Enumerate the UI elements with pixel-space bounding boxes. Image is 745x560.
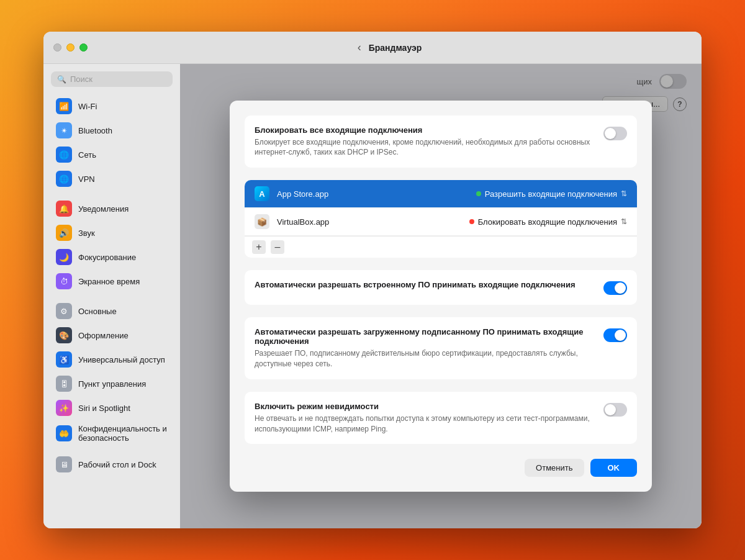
block-all-row: Блокировать все входящие подключения Бло… [255, 125, 627, 158]
block-all-toggle-knob [605, 128, 616, 139]
sidebar-label-focus: Фокусирование [78, 253, 136, 262]
block-all-toggle[interactable] [603, 127, 627, 140]
block-all-title: Блокировать все входящие подключения [255, 125, 594, 135]
bluetooth-icon: ✴ [56, 122, 72, 138]
search-icon: 🔍 [57, 75, 66, 84]
controlcenter-icon: 🎛 [56, 376, 72, 392]
appstore-status-text: Разрешить входящие подключения [485, 189, 617, 199]
sidebar-label-privacy: Конфиденциальность и безопасность [78, 424, 168, 443]
sidebar-item-vpn[interactable]: 🌐 VPN [47, 167, 176, 191]
auto-allow-builtin-text: Автоматически разрешать встроенному ПО п… [255, 280, 594, 292]
search-bar[interactable]: 🔍 Поиск [51, 71, 173, 87]
sidebar-label-screentime: Экранное время [78, 277, 140, 286]
privacy-icon: 🤲 [56, 425, 72, 441]
sidebar-item-accessibility[interactable]: ♿ Универсальный доступ [47, 348, 176, 371]
back-arrow-icon[interactable]: ‹ [358, 41, 361, 54]
sidebar-label-controlcenter: Пункт управления [78, 379, 146, 389]
appstore-icon: A [255, 186, 269, 201]
network-icon: 🌐 [56, 147, 72, 163]
stealth-mode-section: Включить режим невидимости Не отвечать и… [245, 392, 637, 445]
sidebar-label-siri: Siri и Spotlight [78, 404, 130, 413]
sidebar-item-notifications[interactable]: 🔔 Уведомления [47, 197, 176, 220]
block-all-section: Блокировать все входящие подключения Бло… [245, 115, 637, 168]
app-row-appstore[interactable]: A App Store.app Разрешить входящие подкл… [245, 180, 637, 208]
sidebar-label-wifi: Wi-Fi [78, 102, 97, 111]
desktop-icon: 🖥 [56, 456, 72, 472]
vpn-icon: 🌐 [56, 171, 72, 187]
sidebar-label-general: Основные [78, 307, 117, 316]
focus-icon: 🌙 [56, 249, 72, 265]
auto-allow-builtin-section: Автоматически разрешать встроенному ПО п… [245, 270, 637, 305]
appearance-icon: 🎨 [56, 327, 72, 343]
sidebar-item-focus[interactable]: 🌙 Фокусирование [47, 245, 176, 269]
accessibility-icon: ♿ [56, 351, 72, 368]
sidebar-item-desktop[interactable]: 🖥 Рабочий стол и Dock [47, 453, 176, 476]
virtualbox-icon: 📦 [255, 214, 269, 229]
sidebar-item-bluetooth[interactable]: ✴ Bluetooth [47, 119, 176, 142]
wifi-icon: 📶 [56, 98, 72, 114]
main-window: ‹ Брандмауэр 🔍 Поиск 📶 Wi-Fi ✴ Bluetooth [43, 32, 702, 528]
main-content: щих Параметры... ? Блокировать все входя… [180, 64, 702, 528]
sidebar-item-sound[interactable]: 🔊 Звук [47, 221, 176, 245]
stealth-mode-row: Включить режим невидимости Не отвечать и… [255, 402, 627, 435]
auto-allow-builtin-toggle[interactable] [603, 281, 627, 295]
app-list-section: A App Store.app Разрешить входящие подкл… [245, 180, 637, 258]
appstore-status-arrow: ⇅ [621, 189, 627, 198]
titlebar-center: ‹ Брандмауэр [88, 41, 692, 54]
virtualbox-status-dot [469, 219, 474, 224]
appstore-name: App Store.app [277, 189, 469, 199]
window-title: Брандмауэр [369, 43, 422, 53]
sidebar-label-vpn: VPN [78, 174, 95, 184]
sidebar-item-siri[interactable]: ✨ Siri и Spotlight [47, 396, 176, 420]
virtualbox-status-arrow: ⇅ [621, 217, 627, 226]
minimize-button[interactable] [66, 43, 74, 52]
maximize-button[interactable] [79, 43, 88, 52]
sidebar-item-general[interactable]: ⚙ Основные [47, 299, 176, 323]
sound-icon: 🔊 [56, 225, 72, 241]
ok-button[interactable]: OK [590, 459, 638, 477]
modal-overlay: Блокировать все входящие подключения Бло… [180, 64, 702, 528]
block-all-desc: Блокирует все входящие подключения, кром… [255, 137, 594, 158]
close-button[interactable] [53, 43, 61, 52]
virtualbox-status[interactable]: Блокировать входящие подключения ⇅ [469, 217, 627, 227]
sidebar-item-wifi[interactable]: 📶 Wi-Fi [47, 94, 176, 118]
sidebar-label-sound: Звук [78, 228, 95, 238]
stealth-mode-toggle-knob [605, 404, 616, 415]
auto-allow-builtin-row: Автоматически разрешать встроенному ПО п… [255, 280, 627, 295]
appstore-status[interactable]: Разрешить входящие подключения ⇅ [476, 189, 627, 199]
firewall-modal: Блокировать все входящие подключения Бло… [230, 101, 652, 492]
sidebar-label-appearance: Оформление [78, 331, 129, 340]
remove-app-button[interactable]: – [271, 240, 284, 254]
sidebar-item-controlcenter[interactable]: 🎛 Пункт управления [47, 372, 176, 395]
sidebar-item-network[interactable]: 🌐 Сеть [47, 143, 176, 166]
sidebar-item-screentime[interactable]: ⏱ Экранное время [47, 269, 176, 293]
virtualbox-status-text: Блокировать входящие подключения [478, 217, 617, 227]
sidebar-label-desktop: Рабочий стол и Dock [78, 460, 156, 469]
sidebar: 🔍 Поиск 📶 Wi-Fi ✴ Bluetooth 🌐 Сеть [43, 64, 180, 528]
sidebar-item-privacy[interactable]: 🤲 Конфиденциальность и безопасность [47, 420, 176, 446]
auto-allow-signed-row: Автоматически разрешать загруженному под… [255, 327, 627, 369]
sidebar-label-notifications: Уведомления [78, 204, 129, 214]
search-placeholder: Поиск [70, 75, 93, 84]
auto-allow-builtin-title: Автоматически разрешать встроенному ПО п… [255, 280, 594, 289]
stealth-mode-text: Включить режим невидимости Не отвечать и… [255, 402, 594, 435]
stealth-mode-desc: Не отвечать и не подтверждать попытки до… [255, 413, 594, 435]
screentime-icon: ⏱ [56, 273, 72, 289]
add-app-button[interactable]: + [252, 240, 266, 254]
siri-icon: ✨ [56, 400, 72, 416]
traffic-lights [53, 43, 88, 52]
stealth-mode-title: Включить режим невидимости [255, 402, 594, 411]
sidebar-label-bluetooth: Bluetooth [78, 126, 112, 135]
app-row-virtualbox[interactable]: 📦 VirtualBox.app Блокировать входящие по… [245, 208, 637, 236]
block-all-text: Блокировать все входящие подключения Бло… [255, 125, 594, 158]
sidebar-label-accessibility: Универсальный доступ [78, 355, 165, 364]
stealth-mode-toggle[interactable] [603, 403, 627, 417]
window-body: 🔍 Поиск 📶 Wi-Fi ✴ Bluetooth 🌐 Сеть [43, 64, 702, 528]
notifications-icon: 🔔 [56, 201, 72, 217]
cancel-button[interactable]: Отменить [525, 459, 584, 477]
virtualbox-name: VirtualBox.app [277, 217, 462, 227]
auto-allow-signed-title: Автоматически разрешать загруженному под… [255, 327, 594, 346]
appstore-status-dot [476, 191, 481, 196]
sidebar-item-appearance[interactable]: 🎨 Оформление [47, 323, 176, 347]
auto-allow-signed-toggle[interactable] [603, 328, 627, 342]
